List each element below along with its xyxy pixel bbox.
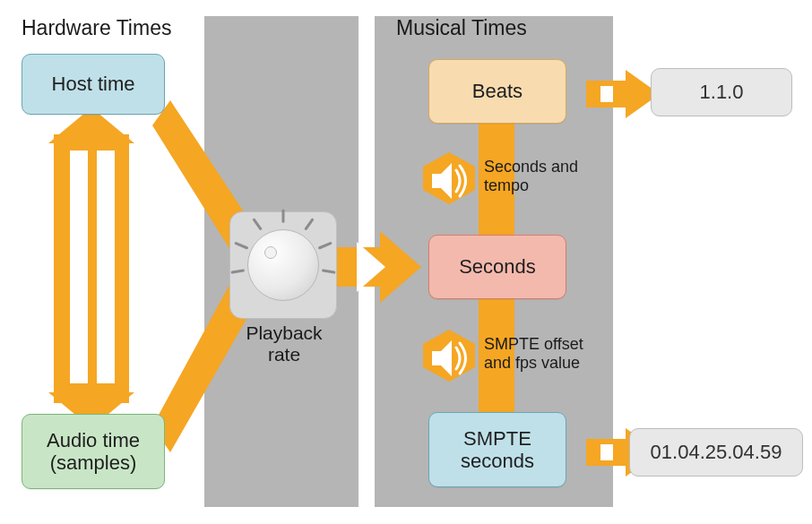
svg-line-26 xyxy=(324,271,334,272)
node-seconds: Seconds xyxy=(428,235,566,299)
node-beats-label: Beats xyxy=(472,80,523,102)
heading-musical: Musical Times xyxy=(396,16,527,40)
svg-rect-6 xyxy=(97,150,115,383)
value-beats: 1.1.0 xyxy=(651,68,792,116)
value-smpte: 01.04.25.04.59 xyxy=(629,428,803,477)
node-beats: Beats xyxy=(428,59,566,124)
converter-label-beats-seconds: Seconds and tempo xyxy=(484,158,578,195)
converter-label-seconds-smpte: SMPTE offset and fps value xyxy=(484,335,583,373)
node-seconds-label: Seconds xyxy=(459,255,536,278)
svg-line-24 xyxy=(320,244,331,248)
playback-rate-box xyxy=(229,211,337,319)
node-audio-time-label: Audio time (samples) xyxy=(47,429,140,475)
svg-rect-19 xyxy=(600,444,613,460)
svg-line-22 xyxy=(306,219,312,228)
node-audio-time: Audio time (samples) xyxy=(22,414,165,489)
host-audio-connector xyxy=(48,107,134,428)
converter-badge-beats-seconds xyxy=(423,152,475,204)
node-host-time-label: Host time xyxy=(52,73,135,95)
node-host-time: Host time xyxy=(22,54,165,115)
svg-marker-12 xyxy=(380,231,421,303)
svg-line-23 xyxy=(236,244,246,248)
svg-rect-2 xyxy=(54,134,129,403)
svg-rect-5 xyxy=(70,150,88,383)
playback-rate-label: Playback rate xyxy=(244,322,324,365)
playback-rate-knob[interactable] xyxy=(247,229,319,301)
beats-output-arrow xyxy=(586,70,660,118)
value-smpte-text: 01.04.25.04.59 xyxy=(651,441,782,464)
value-beats-text: 1.1.0 xyxy=(700,81,744,104)
svg-line-25 xyxy=(232,271,243,272)
svg-line-21 xyxy=(255,219,261,228)
heading-hardware: Hardware Times xyxy=(22,16,171,40)
node-smpte: SMPTE seconds xyxy=(428,412,566,487)
svg-rect-16 xyxy=(600,86,613,102)
node-smpte-label: SMPTE seconds xyxy=(461,427,534,473)
converter-badge-seconds-smpte xyxy=(423,330,475,382)
